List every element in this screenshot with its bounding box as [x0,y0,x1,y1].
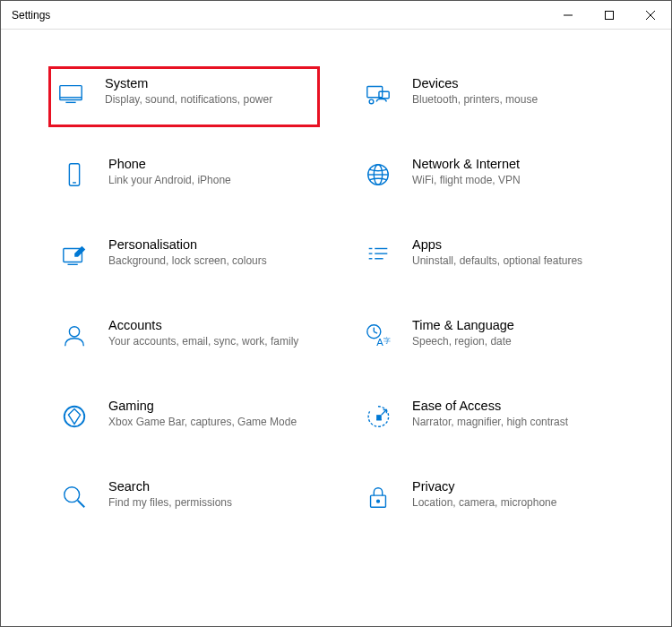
category-desc: Location, camera, microphone [412,495,556,510]
personalisation-icon [58,239,90,271]
maximize-icon [605,11,614,20]
category-title: Network & Internet [412,157,521,171]
category-desc: Narrator, magnifier, high contrast [412,415,568,429]
settings-grid: System Display, sound, notifications, po… [55,73,617,517]
svg-line-31 [78,501,85,508]
category-title: Gaming [108,399,297,413]
category-devices[interactable]: Devices Bluetooth, printers, mouse [358,73,617,114]
category-title: Time & Language [412,318,514,332]
category-desc: Your accounts, email, sync, work, family [108,334,298,348]
category-desc: WiFi, flight mode, VPN [412,173,521,187]
category-ease[interactable]: Ease of Access Narrator, magnifier, high… [358,395,617,436]
devices-icon [362,78,394,110]
category-title: Apps [412,237,582,252]
close-icon [646,11,655,20]
settings-content: System Display, sound, notifications, po… [1,30,671,535]
apps-icon [362,239,394,271]
category-desc: Link your Android, iPhone [108,173,231,187]
category-text: Ease of Access Narrator, magnifier, high… [412,399,575,429]
category-time[interactable]: A字 Time & Language Speech, region, date [358,314,617,356]
globe-icon [362,159,394,191]
accounts-icon [58,320,90,352]
category-title: System [105,76,272,90]
window-title: Settings [12,9,50,21]
category-text: Apps Uninstall, defaults, optional featu… [412,237,590,268]
category-title: Ease of Access [412,399,568,413]
category-text: Time & Language Speech, region, date [412,318,521,348]
svg-line-26 [374,331,377,333]
category-text: Network & Internet WiFi, flight mode, VP… [412,157,528,187]
system-icon [55,78,87,110]
category-accounts[interactable]: Accounts Your accounts, email, sync, wor… [55,314,314,356]
svg-point-9 [369,99,374,104]
category-desc: Bluetooth, printers, mouse [412,92,538,107]
close-button[interactable] [630,1,671,29]
category-desc: Display, sound, notifications, power [105,92,272,107]
category-title: Privacy [412,479,556,494]
category-desc: Speech, region, date [412,334,514,348]
category-text: Personalisation Background, lock screen,… [108,237,274,268]
privacy-icon [362,481,394,513]
phone-icon [58,159,90,191]
category-title: Accounts [108,318,298,332]
minimize-icon [564,11,573,20]
category-gaming[interactable]: Gaming Xbox Game Bar, captures, Game Mod… [55,395,314,436]
category-system[interactable]: System Display, sound, notifications, po… [48,66,320,127]
category-desc: Uninstall, defaults, optional features [412,253,582,268]
category-text: Privacy Location, camera, microphone [412,479,564,510]
time-language-icon: A字 [362,320,394,352]
category-desc: Xbox Game Bar, captures, Game Mode [108,415,297,429]
ease-of-access-icon [362,400,394,433]
category-network[interactable]: Network & Internet WiFi, flight mode, VP… [358,153,617,194]
search-icon [58,481,90,513]
svg-rect-1 [606,11,614,19]
titlebar: Settings [1,1,671,30]
category-text: Phone Link your Android, iPhone [108,157,238,187]
svg-point-30 [65,487,80,502]
window-controls [547,1,671,29]
maximize-button[interactable] [589,1,630,29]
category-personalisation[interactable]: Personalisation Background, lock screen,… [55,234,314,275]
category-desc: Background, lock screen, colours [108,253,267,268]
category-text: Gaming Xbox Game Bar, captures, Game Mod… [108,399,304,429]
category-phone[interactable]: Phone Link your Android, iPhone [55,153,314,194]
category-title: Phone [108,157,231,171]
svg-text:字: 字 [383,336,391,345]
category-privacy[interactable]: Privacy Location, camera, microphone [358,476,617,517]
category-title: Devices [412,76,538,90]
category-text: Devices Bluetooth, printers, mouse [412,76,545,107]
minimize-button[interactable] [547,1,589,29]
category-text: System Display, sound, notifications, po… [105,76,280,107]
category-text: Accounts Your accounts, email, sync, wor… [108,318,306,348]
svg-point-33 [377,500,380,502]
category-desc: Find my files, permissions [108,495,232,510]
svg-point-23 [69,327,79,337]
category-apps[interactable]: Apps Uninstall, defaults, optional featu… [358,234,617,275]
category-title: Personalisation [108,237,267,252]
category-text: Search Find my files, permissions [108,479,239,510]
category-title: Search [108,479,232,494]
category-search[interactable]: Search Find my files, permissions [55,476,314,517]
gaming-icon [58,400,90,433]
